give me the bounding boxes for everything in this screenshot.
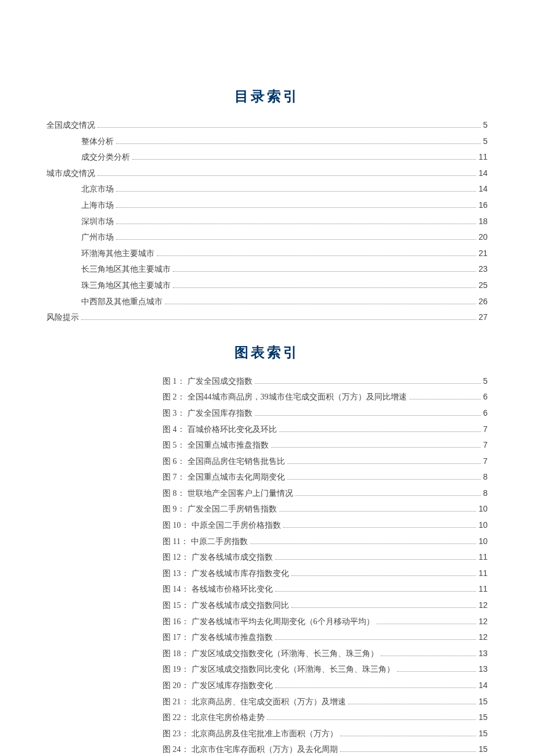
- figure-entry-number: 图 2：: [163, 390, 185, 405]
- toc-entry[interactable]: 北京市场14: [46, 181, 488, 197]
- toc-entry-label: 长三角地区其他主要城市: [81, 262, 171, 278]
- toc-entry-label: 广州市场: [81, 230, 114, 246]
- figure-entry-page: 14: [478, 678, 488, 693]
- toc-entry[interactable]: 环渤海其他主要城市21: [46, 246, 488, 262]
- figure-entry-number: 图 19：: [163, 662, 189, 678]
- figure-entry-label: 北京市住宅库存面积（万方）及去化周期: [192, 742, 338, 756]
- table-of-contents: 全国成交情况5整体分析5成交分类分析11城市成交情况14北京市场14上海市场16…: [46, 117, 488, 326]
- toc-entry-page: 27: [478, 309, 488, 325]
- figure-leader-dots: [250, 543, 476, 544]
- figure-leader-dots: [267, 719, 477, 720]
- figure-entry[interactable]: 图 10：中原全国二手房价格指数10: [163, 517, 488, 534]
- figure-entry-page: 13: [478, 661, 488, 677]
- figure-entry[interactable]: 图 2：全国44城市商品房，39城市住宅成交面积（万方）及同比增速6: [163, 389, 488, 405]
- figure-entry[interactable]: 图 19：广发区域成交指数同比变化（环渤海、长三角、珠三角）13: [163, 661, 488, 678]
- toc-entry-page: 25: [478, 278, 488, 293]
- figure-entry-label: 中原二手房指数: [191, 534, 248, 550]
- figure-entry[interactable]: 图 8：世联地产全国客户上门量情况8: [163, 485, 488, 502]
- figure-entry[interactable]: 图 3：广发全国库存指数6: [163, 405, 488, 422]
- toc-leader-dots: [81, 319, 476, 320]
- toc-entry[interactable]: 深圳市场18: [46, 214, 488, 230]
- toc-entry[interactable]: 长三角地区其他主要城市23: [46, 261, 488, 278]
- figure-entry[interactable]: 图 21：北京商品房、住宅成交面积（万方）及增速15: [163, 694, 488, 710]
- figure-entry-label: 广发各线城市推盘指数: [192, 630, 273, 646]
- figure-entry[interactable]: 图 20：广发区域库存指数变化14: [163, 678, 488, 694]
- figure-entry[interactable]: 图 13：广发各线城市库存指数变化11: [163, 566, 488, 582]
- figure-entry-number: 图 6：: [163, 454, 185, 470]
- figure-entry[interactable]: 图 17：广发各线城市推盘指数12: [163, 629, 488, 646]
- toc-entry[interactable]: 广州市场20: [46, 229, 488, 246]
- toc-entry-label: 深圳市场: [81, 214, 114, 230]
- figure-entry[interactable]: 图 15：广发各线城市成交指数同比12: [163, 597, 488, 614]
- toc-entry-label: 城市成交情况: [46, 166, 95, 182]
- figure-entry-label: 北京住宅房价格走势: [192, 710, 265, 726]
- toc-entry[interactable]: 成交分类分析11: [46, 149, 488, 165]
- figure-entry[interactable]: 图 18：广发区域成交指数变化（环渤海、长三角、珠三角）13: [163, 646, 488, 662]
- figure-entry[interactable]: 图 9：广发全国二手房销售指数10: [163, 501, 488, 517]
- figure-entry-page: 12: [478, 597, 488, 613]
- toc-entry-label: 全国成交情况: [46, 118, 95, 134]
- figure-entry-page: 13: [478, 646, 488, 661]
- toc-entry[interactable]: 风险提示27: [46, 309, 488, 326]
- figure-entry-label: 全国重点城市去化周期变化: [187, 470, 285, 485]
- toc-entry[interactable]: 上海市场16: [46, 197, 488, 214]
- figure-entry-number: 图 16：: [163, 614, 189, 630]
- figure-leader-dots: [275, 687, 477, 688]
- figure-entry-number: 图 14：: [163, 582, 189, 597]
- figure-leader-dots: [275, 591, 477, 592]
- figure-entry[interactable]: 图 24：北京市住宅库存面积（万方）及去化周期15: [163, 741, 488, 756]
- figure-leader-dots: [348, 704, 477, 704]
- toc-entry-label: 整体分析: [81, 134, 114, 150]
- figure-entry-number: 图 3：: [163, 406, 185, 422]
- figure-entry-label: 全国44城市商品房，39城市住宅成交面积（万方）及同比增速: [187, 390, 407, 405]
- toc-entry-label: 北京市场: [81, 182, 114, 197]
- figure-entry-label: 广发各线城市库存指数变化: [192, 566, 289, 582]
- figure-entry-label: 世联地产全国客户上门量情况: [187, 486, 293, 502]
- figure-entry-label: 各线城市价格环比变化: [192, 582, 273, 597]
- figure-entry[interactable]: 图 22：北京住宅房价格走势15: [163, 710, 488, 726]
- toc-leader-dots: [157, 255, 476, 256]
- figure-entry[interactable]: 图 5：全国重点城市推盘指数7: [163, 437, 488, 453]
- toc-entry[interactable]: 珠三角地区其他主要城市25: [46, 278, 488, 294]
- figure-entry-number: 图 5：: [163, 438, 185, 453]
- figure-leader-dots: [377, 624, 477, 624]
- figure-leader-dots: [381, 656, 477, 656]
- figure-entry-number: 图 8：: [163, 486, 185, 502]
- figure-entry[interactable]: 图 23：北京商品房及住宅批准上市面积（万方）15: [163, 726, 488, 742]
- figure-leader-dots: [279, 431, 481, 432]
- figure-entry[interactable]: 图 12：广发各线城市成交指数11: [163, 549, 488, 566]
- toc-entry[interactable]: 中西部及其他重点城市26: [46, 294, 488, 310]
- figure-entry[interactable]: 图 11：中原二手房指数10: [163, 534, 488, 550]
- figure-entry-label: 广发区域库存指数变化: [192, 678, 273, 694]
- toc-entry[interactable]: 整体分析5: [46, 134, 488, 150]
- figure-entry[interactable]: 图 4：百城价格环比变化及环比7: [163, 422, 488, 438]
- figure-leader-dots: [291, 575, 477, 576]
- figure-entry-label: 广发区域成交指数变化（环渤海、长三角、珠三角）: [192, 646, 378, 662]
- figure-entry-number: 图 7：: [163, 470, 185, 485]
- toc-entry-page: 21: [478, 246, 488, 261]
- figure-entry-page: 12: [478, 629, 488, 645]
- toc-leader-dots: [116, 191, 476, 192]
- figure-leader-dots: [295, 495, 481, 496]
- toc-entry-page: 14: [478, 165, 488, 181]
- figure-entry-page: 10: [478, 501, 488, 517]
- toc-entry-page: 20: [478, 229, 488, 245]
- figure-entry[interactable]: 图 7：全国重点城市去化周期变化8: [163, 469, 488, 485]
- toc-entry[interactable]: 城市成交情况14: [46, 165, 488, 182]
- toc-entry-page: 18: [478, 214, 488, 229]
- figure-leader-dots: [409, 399, 481, 399]
- figure-entry[interactable]: 图 6：全国商品房住宅销售批售比7: [163, 453, 488, 470]
- figure-entry-number: 图 17：: [163, 630, 189, 646]
- figure-entry-page: 11: [478, 549, 488, 565]
- figure-entry[interactable]: 图 1：广发全国成交指数5: [163, 373, 488, 390]
- figure-entry-number: 图 9：: [163, 502, 185, 517]
- figure-entry-page: 7: [483, 422, 488, 437]
- figure-entry-page: 12: [478, 614, 488, 629]
- figure-leader-dots: [255, 415, 481, 416]
- toc-entry[interactable]: 全国成交情况5: [46, 117, 488, 134]
- toc-entry-page: 16: [478, 197, 488, 213]
- figure-entry[interactable]: 图 14：各线城市价格环比变化11: [163, 581, 488, 597]
- figure-entry[interactable]: 图 16：广发各线城市平均去化周期变化（6个月移动平均）12: [163, 614, 488, 630]
- figure-leader-dots: [275, 559, 477, 560]
- figure-leader-dots: [340, 751, 477, 752]
